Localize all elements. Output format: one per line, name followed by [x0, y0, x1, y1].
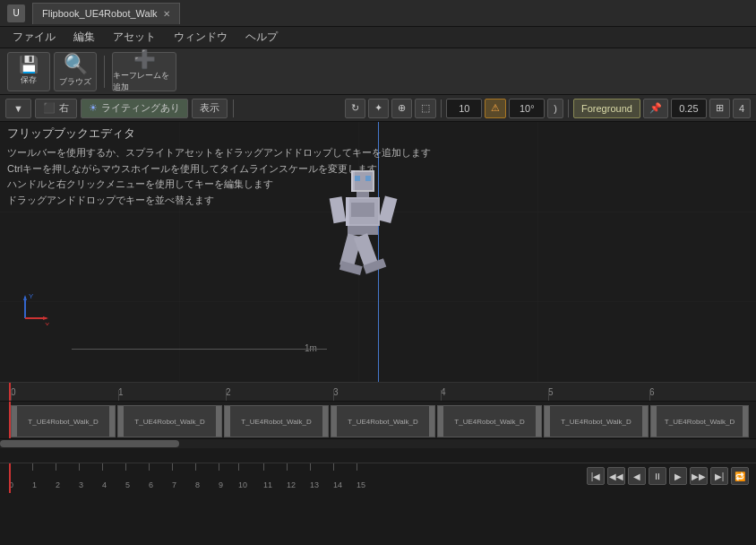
kf-label-2: T_UE4Robot_Walk_D: [241, 418, 311, 426]
playback-end-btn[interactable]: ▶|: [710, 467, 728, 485]
frame-7: 7: [172, 480, 176, 489]
display-btn[interactable]: 表示: [192, 99, 228, 118]
keyframe-cell-0[interactable]: T_UE4Robot_Walk_D: [11, 405, 116, 437]
warning-btn[interactable]: ⚠: [485, 99, 506, 118]
viewport[interactable]: フリップブックエディタ ツールバーを使用するか、スプライトアセットをドラッグアン…: [0, 122, 756, 382]
scroll-thumb[interactable]: [0, 440, 179, 447]
kf-handle-right-3[interactable]: [429, 406, 434, 437]
grid-icon: ⊞: [716, 102, 724, 114]
current-frame-indicator: [9, 383, 11, 401]
app-icon: U: [7, 4, 25, 22]
number-input-1[interactable]: 10: [446, 99, 482, 118]
playback-loop-btn[interactable]: 🔁: [731, 467, 749, 485]
lighting-btn[interactable]: ☀ ライティングあり: [81, 99, 188, 118]
kf-label-0: T_UE4Robot_Walk_D: [28, 418, 98, 426]
rotate-icon: ↻: [351, 102, 359, 114]
kf-handle-left-4[interactable]: [438, 406, 443, 437]
tab-label: Flipbook_UE4Robot_Walk: [42, 8, 158, 19]
robot-sprite: [322, 167, 403, 286]
main-tab[interactable]: Flipbook_UE4Robot_Walk ✕: [32, 3, 180, 24]
pin-btn[interactable]: 📌: [643, 99, 668, 118]
perspective-btn[interactable]: ⬛ 右: [35, 99, 77, 118]
frame-5: 5: [125, 480, 130, 489]
angle-input[interactable]: 10°: [509, 99, 545, 118]
value-input[interactable]: 0.25: [671, 99, 707, 118]
tab-close-icon[interactable]: ✕: [163, 9, 170, 19]
kf-handle-left-3[interactable]: [331, 406, 337, 437]
rl-0: [11, 390, 12, 401]
grid-line-v3: [537, 122, 538, 382]
flipbook-editor-label: フリップブックエディタ: [7, 125, 135, 142]
kf-handle-left-0[interactable]: [12, 406, 17, 437]
svg-rect-4: [357, 192, 369, 197]
svg-text:Y: Y: [29, 292, 34, 300]
kf-handle-right-4[interactable]: [536, 406, 541, 437]
right-controls: ↻ ✦ ⊕ ⬚ 10 ⚠ 10° ) Foreground 📌 0.25 ⊞: [345, 99, 751, 118]
tick-7: [172, 463, 173, 471]
curve-btn[interactable]: ): [547, 99, 563, 118]
title-bar: U Flipbook_UE4Robot_Walk ✕: [0, 0, 756, 27]
keyframe-cell-3[interactable]: T_UE4Robot_Walk_D: [331, 405, 435, 437]
playback-prev-btn[interactable]: ◀◀: [607, 467, 625, 485]
menu-help[interactable]: ヘルプ: [236, 28, 287, 47]
menu-file[interactable]: ファイル: [4, 28, 64, 47]
ctrl-sep2: [568, 99, 569, 117]
keyframe-cell-6[interactable]: T_UE4Robot_Walk_D: [650, 405, 749, 437]
dropdown-arrow: ▼: [13, 103, 23, 114]
count-btn[interactable]: 4: [733, 99, 751, 118]
tick-3: [79, 463, 80, 471]
move-btn[interactable]: ✦: [368, 99, 389, 118]
foreground-btn[interactable]: Foreground: [573, 99, 640, 118]
menu-asset[interactable]: アセット: [104, 28, 165, 47]
main-area: フリップブックエディタ ツールバーを使用するか、スプライトアセットをドラッグアン…: [0, 122, 756, 463]
scroll-bar[interactable]: [0, 439, 756, 448]
playback-pause-btn[interactable]: ⏸: [649, 467, 666, 485]
save-button[interactable]: 💾 保存: [7, 52, 50, 91]
svg-marker-20: [43, 316, 48, 320]
keyframe-cell-5[interactable]: T_UE4Robot_Walk_D: [544, 405, 649, 437]
frame-3: 3: [79, 480, 83, 489]
kf-handle-right-2[interactable]: [322, 406, 328, 437]
playback-forward-btn[interactable]: ▶: [669, 467, 687, 485]
kf-handle-right-6[interactable]: [743, 406, 748, 437]
kf-handle-right-1[interactable]: [216, 406, 221, 437]
menu-edit[interactable]: 編集: [64, 28, 104, 47]
kf-handle-left-5[interactable]: [545, 406, 550, 437]
rotate-btn[interactable]: ↻: [345, 99, 365, 118]
keyframe-icon: ➕: [133, 50, 156, 68]
ctrl-sep1: [441, 99, 442, 117]
svg-rect-7: [351, 203, 374, 217]
tick-9: [219, 463, 219, 471]
kf-handle-right-0[interactable]: [109, 406, 115, 437]
rl-1: [118, 390, 119, 401]
kf-handle-left-6[interactable]: [651, 406, 657, 437]
svg-marker-19: [23, 295, 27, 300]
grid-btn[interactable]: ⊞: [709, 99, 730, 118]
frame-icon: ⬚: [421, 102, 430, 114]
playback-start-btn[interactable]: |◀: [587, 467, 605, 485]
svg-rect-10: [348, 226, 378, 235]
transform-icon: ⊕: [398, 102, 406, 114]
browse-button[interactable]: 🔍 ブラウズ: [54, 52, 97, 91]
transform-btn[interactable]: ⊕: [391, 99, 412, 118]
secondary-toolbar: ▼ ⬛ 右 ☀ ライティングあり 表示 ↻ ✦ ⊕ ⬚ 10 ⚠ 10°: [0, 95, 756, 122]
frame-10: 10: [238, 480, 247, 489]
kf-handle-left-2[interactable]: [225, 406, 230, 437]
viewport-dropdown[interactable]: ▼: [5, 99, 31, 118]
playback-back-btn[interactable]: ◀: [628, 467, 646, 485]
tab-bar: Flipbook_UE4Robot_Walk ✕: [32, 3, 180, 24]
add-keyframe-button[interactable]: ➕ キーフレームを追加: [112, 52, 176, 91]
playback-next-btn[interactable]: ▶▶: [690, 467, 708, 485]
keyframe-cell-4[interactable]: T_UE4Robot_Walk_D: [437, 405, 542, 437]
svg-rect-3: [365, 176, 371, 181]
tick-10: [238, 463, 239, 471]
frame-btn[interactable]: ⬚: [415, 99, 436, 118]
kf-handle-left-1[interactable]: [118, 406, 124, 437]
move-icon: ✦: [374, 102, 382, 114]
kf-handle-right-5[interactable]: [642, 406, 648, 437]
keyframe-cell-1[interactable]: T_UE4Robot_Walk_D: [117, 405, 222, 437]
menu-window[interactable]: ウィンドウ: [165, 28, 236, 47]
instruction-1: ツールバーを使用するか、スプライトアセットをドラッグアンドドロップしてキーを追加…: [7, 145, 431, 161]
rl-5: [548, 390, 549, 401]
keyframe-cell-2[interactable]: T_UE4Robot_Walk_D: [224, 405, 329, 437]
